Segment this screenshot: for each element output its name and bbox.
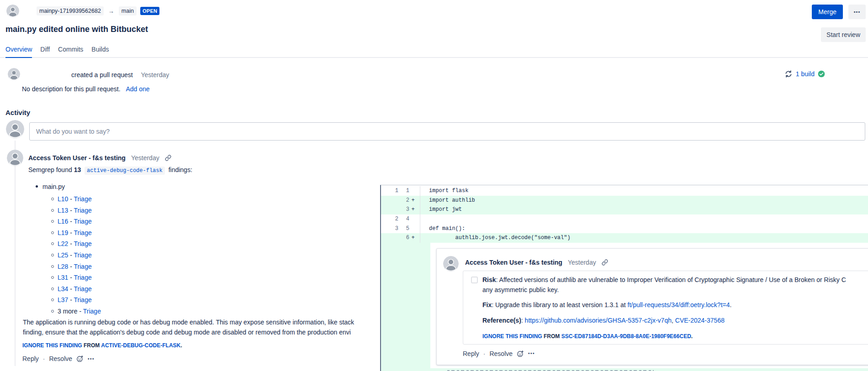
- finding-line-link[interactable]: L25: [58, 251, 68, 259]
- advisory-link[interactable]: https://github.com/advisories/GHSA-5357-…: [525, 317, 672, 324]
- inline-reply-button[interactable]: Reply: [463, 350, 479, 357]
- more-actions-button[interactable]: •••: [848, 5, 866, 19]
- builds-refresh-icon: [784, 70, 793, 78]
- pull-request-page: mainpy-1719939562682 → main OPEN Merge •…: [0, 0, 868, 371]
- finding-item: L28 - Triage: [51, 261, 101, 272]
- ignore-target-link[interactable]: ACTIVE-DEBUG-CODE-FLASK: [101, 342, 180, 349]
- tab-builds[interactable]: Builds: [91, 46, 109, 58]
- inline-permalink-icon[interactable]: [602, 259, 608, 266]
- cve-link[interactable]: CVE-2024-37568: [675, 317, 725, 324]
- finding-line-link[interactable]: L31: [58, 274, 68, 281]
- inline-ignore-from: FROM: [544, 333, 560, 340]
- ignore-from-text: FROM: [84, 342, 100, 349]
- circle-bullet-icon: [51, 231, 54, 234]
- triage-link[interactable]: Triage: [74, 251, 92, 259]
- triage-link[interactable]: Triage: [74, 296, 92, 303]
- fix-link[interactable]: ft/pull-requests/34/diff:oetry.lock?t=4: [628, 301, 730, 308]
- start-review-button[interactable]: Start review: [821, 27, 866, 42]
- triage-link[interactable]: Triage: [74, 274, 92, 281]
- diff-sign: +: [409, 206, 417, 213]
- diff-panel: 11import flask2+import authlib3+import j…: [380, 185, 868, 371]
- finding-line-link[interactable]: L16: [58, 218, 68, 225]
- dot-separator: ·: [43, 355, 45, 362]
- triage-link[interactable]: Triage: [74, 207, 92, 214]
- inline-comment-author[interactable]: Access Token User - f&s testing: [465, 259, 562, 266]
- current-user-avatar[interactable]: [6, 120, 24, 138]
- reply-button[interactable]: Reply: [22, 355, 39, 362]
- finding-detail-box: Risk: Affected versions of authlib are v…: [463, 271, 868, 345]
- colon: :: [521, 317, 525, 324]
- description-row: No description for this pull request. Ad…: [22, 85, 150, 93]
- target-branch-chip[interactable]: main: [119, 6, 137, 16]
- ignore-finding-link[interactable]: IGNORE THIS FINDING: [22, 342, 82, 349]
- inline-comment-card: Access Token User - f&s testing Yesterda…: [436, 248, 868, 365]
- circle-bullet-icon: [51, 298, 54, 301]
- inline-resolve-button[interactable]: Resolve: [489, 350, 513, 357]
- finding-item: L37 - Triage: [51, 294, 101, 306]
- source-branch-chip[interactable]: mainpy-1719939562682: [37, 6, 104, 16]
- diff-sign: +: [409, 235, 417, 241]
- inline-commenter-avatar[interactable]: [443, 256, 459, 272]
- add-description-link[interactable]: Add one: [126, 85, 149, 93]
- line-number: 6: [398, 235, 409, 241]
- activity-heading: Activity: [5, 109, 30, 116]
- finding-line-link[interactable]: L13: [58, 207, 68, 214]
- add-reaction-icon[interactable]: [76, 355, 84, 362]
- diff-line[interactable]: 3+import jwt: [381, 205, 868, 214]
- finding-line-link[interactable]: L37: [58, 296, 68, 303]
- diff-line[interactable]: 2+import authlib: [381, 196, 868, 205]
- tab-diff[interactable]: Diff: [40, 46, 50, 58]
- diff-gutter: 2+: [381, 196, 420, 205]
- period: .: [180, 342, 182, 349]
- resolve-button[interactable]: Resolve: [49, 355, 72, 362]
- inline-ignore-link[interactable]: IGNORE THIS FINDING: [482, 333, 542, 340]
- finding-checkbox[interactable]: [471, 277, 478, 283]
- rule-link[interactable]: active-debug-code-flask: [85, 167, 165, 175]
- triage-link[interactable]: Triage: [74, 229, 92, 236]
- triage-link[interactable]: Triage: [83, 308, 101, 315]
- code-text: import flask: [420, 188, 468, 194]
- comment-header: Access Token User - f&s testing Yesterda…: [28, 154, 171, 162]
- fix-label: Fix: [482, 301, 492, 308]
- inline-ignore-target-link[interactable]: SSC-ED87184D-D3AA-9DB8-8A0E-1980F9E66CED: [561, 333, 691, 340]
- merge-button[interactable]: Merge: [812, 5, 843, 19]
- pr-event-text: created a pull request Yesterday: [71, 71, 169, 78]
- diff-line[interactable]: 11import flask: [381, 186, 868, 196]
- comment-more-icon[interactable]: •••: [88, 356, 95, 361]
- circle-bullet-icon: [51, 198, 54, 200]
- build-count-link[interactable]: 1 build: [796, 70, 815, 78]
- bullet-icon: [36, 185, 38, 188]
- clipped-diff-row: [381, 368, 868, 371]
- inline-add-reaction-icon[interactable]: [517, 350, 524, 357]
- finding-line-link[interactable]: L10: [58, 195, 68, 203]
- finding-line-link[interactable]: L19: [58, 229, 68, 236]
- diff-line[interactable]: 24: [381, 214, 868, 224]
- finding-line-link[interactable]: L28: [58, 263, 68, 270]
- finding-item: L19 - Triage: [51, 227, 101, 239]
- inline-comment-more-icon[interactable]: •••: [528, 351, 535, 356]
- diff-line[interactable]: 35def main():: [381, 224, 868, 233]
- commenter-avatar[interactable]: [7, 150, 23, 166]
- period: .: [691, 333, 693, 340]
- comment-input[interactable]: [29, 122, 865, 141]
- permalink-icon[interactable]: [165, 155, 171, 161]
- finding-line-link[interactable]: L22: [58, 240, 68, 247]
- tab-overview[interactable]: Overview: [5, 46, 32, 58]
- thread-rail: [15, 141, 16, 366]
- finding-line-link[interactable]: L34: [58, 285, 68, 293]
- triage-link[interactable]: Triage: [74, 218, 92, 225]
- triage-link[interactable]: Triage: [74, 263, 92, 270]
- diff-line[interactable]: 6+ authlib.jose.jwt.decode("some-val"): [381, 233, 868, 243]
- tab-bar: OverviewDiffCommitsBuilds: [0, 46, 868, 58]
- dot-separator: ·: [483, 350, 486, 357]
- circle-bullet-icon: [51, 220, 54, 223]
- author-avatar[interactable]: [6, 5, 19, 17]
- triage-link[interactable]: Triage: [74, 195, 92, 203]
- comment-author[interactable]: Access Token User - f&s testing: [28, 154, 126, 162]
- event-avatar[interactable]: [8, 68, 20, 80]
- tab-commits[interactable]: Commits: [58, 46, 83, 58]
- fix-line: Fix: Upgrade this library to at least ve…: [482, 301, 731, 308]
- triage-link[interactable]: Triage: [74, 285, 92, 293]
- triage-link[interactable]: Triage: [74, 240, 92, 247]
- inline-comment-header: Access Token User - f&s testing Yesterda…: [465, 259, 608, 266]
